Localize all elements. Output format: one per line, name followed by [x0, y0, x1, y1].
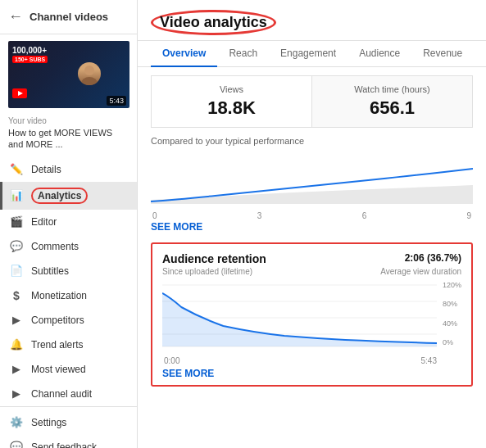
- feedback-icon: 💬: [10, 441, 23, 448]
- retention-y-labels: 120% 80% 40% 0%: [443, 281, 461, 346]
- sidebar-item-trend-alerts[interactable]: 🔔 Trend alerts: [0, 333, 137, 357]
- sidebar-item-settings[interactable]: ⚙️ Settings: [0, 410, 137, 435]
- tab-overview[interactable]: Overview: [151, 41, 217, 67]
- video-duration: 5:43: [107, 96, 126, 106]
- retention-chart-container: 120% 80% 40% 0%: [162, 281, 461, 355]
- y-label-120: 120%: [443, 281, 461, 289]
- back-icon[interactable]: ←: [8, 8, 23, 25]
- bell-icon: 🔔: [10, 338, 23, 351]
- tabs-row: Overview Reach Engagement Audience Reven…: [138, 41, 486, 67]
- retention-see-more-link[interactable]: SEE MORE: [162, 364, 214, 381]
- audience-retention-box: Audience retention 2:06 (36.7%) Since up…: [151, 242, 473, 387]
- sidebar-item-label: Editor: [31, 216, 57, 228]
- sidebar-item-analytics[interactable]: 📊 Analytics: [0, 182, 137, 210]
- retention-title: Audience retention: [162, 252, 266, 265]
- page-title: Video analytics: [151, 10, 473, 35]
- sidebar-item-label: Competitors: [31, 315, 84, 326]
- sidebar-item-label: Subtitles: [31, 265, 69, 277]
- tab-audience[interactable]: Audience: [347, 41, 411, 67]
- sidebar-bottom: ⚙️ Settings 💬 Send feedback: [0, 406, 137, 448]
- metrics-row: Views 18.8K Watch time (hours) 656.1: [151, 75, 473, 128]
- sidebar-item-editor[interactable]: 🎬 Editor: [0, 210, 137, 234]
- subtitles-icon: 📄: [10, 265, 23, 278]
- sidebar-item-label: Send feedback: [31, 441, 97, 448]
- sidebar-item-label: Details: [31, 164, 61, 175]
- x-label-end: 5:43: [421, 356, 437, 365]
- tab-revenue[interactable]: Revenue: [411, 41, 474, 67]
- sidebar-item-label: Settings: [31, 417, 66, 428]
- x-label-3: 3: [257, 211, 262, 220]
- sidebar-menu: ✏️ Details 📊 Analytics 🎬 Editor 💬 Commen…: [0, 157, 137, 406]
- y-label-40: 40%: [443, 319, 461, 328]
- sidebar-item-most-viewed[interactable]: ▶ Most viewed: [0, 357, 137, 382]
- audit-icon: ▶: [10, 387, 23, 400]
- sidebar-item-label: Trend alerts: [31, 339, 84, 351]
- x-label-0: 0: [152, 211, 157, 220]
- chart-x-labels: 0 3 6 9: [151, 211, 473, 220]
- edit-icon: ✏️: [10, 163, 23, 176]
- sidebar-item-feedback[interactable]: 💬 Send feedback: [0, 435, 137, 448]
- sidebar-item-details[interactable]: ✏️ Details: [0, 157, 137, 182]
- dollar-icon: $: [10, 289, 23, 302]
- comments-icon: 💬: [10, 240, 23, 253]
- competitors-icon: ▶: [10, 314, 23, 327]
- settings-icon: ⚙️: [10, 416, 23, 429]
- analytics-icon: 📊: [10, 189, 23, 202]
- sidebar-item-label: Channel audit: [31, 388, 92, 400]
- watchtime-label: Watch time (hours): [325, 84, 459, 94]
- sidebar-header: ← Channel videos: [0, 0, 137, 34]
- sidebar-item-monetization[interactable]: $ Monetization: [0, 283, 137, 308]
- your-video-label: Your video: [8, 116, 129, 125]
- chart-svg: [151, 151, 473, 208]
- tab-engagement[interactable]: Engagement: [269, 41, 347, 67]
- sidebar-item-label: Comments: [31, 241, 79, 252]
- y-label-80: 80%: [443, 300, 461, 308]
- sidebar-item-label: Analytics: [31, 188, 88, 204]
- sidebar-item-label: Monetization: [31, 290, 87, 301]
- retention-header: Audience retention 2:06 (36.7%): [162, 252, 461, 265]
- svg-point-0: [84, 66, 94, 75]
- main-header: Video analytics: [138, 0, 486, 41]
- retention-subtitle: Since uploaded (lifetime) Average view d…: [162, 267, 461, 276]
- person-icon: [78, 62, 101, 85]
- sidebar-item-channel-audit[interactable]: ▶ Channel audit: [0, 382, 137, 406]
- sidebar-title: Channel videos: [30, 11, 108, 23]
- svg-point-1: [81, 77, 98, 85]
- y-label-0: 0%: [443, 338, 461, 346]
- overview-chart: 0 3 6 9: [151, 151, 473, 216]
- video-thumbnail: 100,000+ 150+ SUBS 5:43: [8, 41, 129, 108]
- sidebar-item-subtitles[interactable]: 📄 Subtitles: [0, 259, 137, 283]
- video-title: How to get MORE VIEWS and MORE ...: [8, 127, 129, 151]
- retention-subtitle-right: Average view duration: [380, 267, 461, 276]
- sidebar-item-comments[interactable]: 💬 Comments: [0, 234, 137, 259]
- retention-duration: 2:06 (36.7%): [405, 252, 461, 264]
- metric-views[interactable]: Views 18.8K: [152, 76, 312, 127]
- retention-subtitle-left: Since uploaded (lifetime): [162, 267, 252, 276]
- retention-chart-svg: [162, 281, 437, 351]
- sidebar-item-competitors[interactable]: ▶ Competitors: [0, 308, 137, 333]
- youtube-logo-icon: [12, 88, 27, 98]
- x-label-9: 9: [466, 211, 471, 220]
- main-content: Video analytics Overview Reach Engagemen…: [138, 0, 486, 448]
- tab-reach[interactable]: Reach: [217, 41, 269, 67]
- sidebar-item-label: Most viewed: [31, 364, 86, 375]
- metric-watch-time[interactable]: Watch time (hours) 656.1: [312, 76, 472, 127]
- sidebar: ← Channel videos 100,000+ 150+ SUBS 5:4: [0, 0, 138, 448]
- watchtime-value: 656.1: [325, 97, 459, 119]
- play-icon: ▶: [10, 363, 23, 376]
- x-label-6: 6: [362, 211, 367, 220]
- comparison-text: Compared to your typical performance: [138, 133, 486, 151]
- views-label: Views: [165, 84, 298, 94]
- video-info: Your video How to get MORE VIEWS and MOR…: [0, 113, 137, 157]
- thumb-views: 100,000+: [12, 46, 47, 55]
- views-value: 18.8K: [165, 97, 298, 119]
- editor-icon: 🎬: [10, 215, 23, 229]
- thumb-subs: 150+ SUBS: [12, 56, 48, 63]
